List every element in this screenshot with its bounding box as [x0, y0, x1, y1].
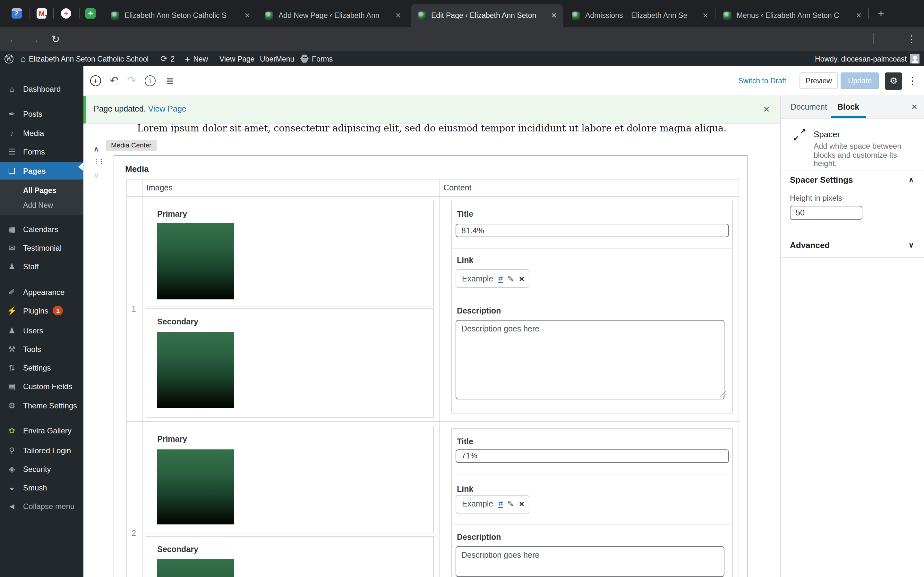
content-cell: Title Link Example # ✎ ✕ Description Des…: [451, 201, 733, 414]
sidebar-item-custom-fields[interactable]: ▤Custom Fields: [0, 378, 83, 395]
tab-close-icon[interactable]: ✕: [244, 11, 250, 19]
sidebar-item-appearance[interactable]: ✐Appearance: [0, 284, 83, 301]
tab-add-new-page[interactable]: Add New Page ‹ Elizabeth Ann ✕: [258, 4, 407, 27]
pinned-divider: [79, 8, 79, 19]
switch-to-draft-link[interactable]: Switch to Draft: [733, 77, 791, 85]
expand-section-chevron-icon[interactable]: ∨: [909, 241, 914, 250]
sidebar-item-add-new[interactable]: Add New: [23, 201, 53, 209]
secondary-image[interactable]: [157, 559, 234, 577]
link-url[interactable]: #: [498, 274, 503, 283]
sidebar-item-tailored-login[interactable]: ⚲Tailored Login: [0, 442, 83, 459]
title-input[interactable]: [456, 224, 729, 237]
tab-close-icon[interactable]: ✕: [856, 11, 862, 19]
tab-close-icon[interactable]: ✕: [395, 11, 401, 19]
users-icon: ♟: [6, 326, 17, 335]
medical-pinned-tab[interactable]: +: [61, 8, 71, 19]
block-navigation-icon[interactable]: ≣: [166, 75, 174, 87]
sidebar-item-collapse-menu[interactable]: ◀Collapse menu: [0, 498, 83, 515]
my-account-menu[interactable]: Howdy, diocesan-palmcoast: [815, 51, 919, 66]
wp-logo-menu[interactable]: W: [5, 51, 13, 66]
back-icon[interactable]: ←: [8, 34, 18, 45]
redo-icon[interactable]: ↷: [127, 74, 136, 87]
undo-icon[interactable]: ↶: [110, 74, 119, 87]
close-settings-icon[interactable]: ✕: [911, 103, 918, 111]
reload-icon[interactable]: ↻: [51, 33, 60, 45]
sidebar-item-all-pages[interactable]: All Pages: [23, 187, 57, 194]
height-input[interactable]: [790, 206, 863, 220]
dismiss-notice-icon[interactable]: ✕: [763, 105, 770, 114]
sidebar-item-pages[interactable]: ❏Pages: [0, 162, 83, 179]
tab-document[interactable]: Document: [790, 96, 827, 119]
sidebar-item-plugins[interactable]: ⚡Plugins1: [0, 302, 83, 319]
sidebar-item-tools[interactable]: ⚒Tools: [0, 340, 83, 358]
lorem-paragraph[interactable]: Lorem ipsum dolor sit amet, consectetur …: [83, 123, 780, 133]
block-inserter-button[interactable]: +: [90, 75, 101, 86]
description-textarea[interactable]: Description goes here: [456, 546, 724, 577]
tab-block[interactable]: Block: [837, 96, 859, 119]
view-page-menu[interactable]: View Page: [220, 51, 255, 66]
ubermenu-label: UberMenu: [260, 55, 294, 63]
more-options-kebab-icon[interactable]: ⋮: [908, 75, 917, 87]
primary-image[interactable]: [157, 223, 234, 300]
move-block-up-icon[interactable]: ∧: [94, 145, 99, 153]
tab-close-icon[interactable]: ✕: [551, 11, 557, 19]
remove-link-icon[interactable]: ✕: [519, 500, 525, 508]
move-block-down-icon[interactable]: ∨: [94, 171, 99, 179]
edit-link-pencil-icon[interactable]: ✎: [507, 500, 514, 508]
edit-link-pencil-icon[interactable]: ✎: [507, 274, 514, 283]
sidebar-item-envira-gallery[interactable]: ✿Envira Gallery: [0, 422, 83, 439]
sidebar-item-settings[interactable]: ⇅Settings: [0, 359, 83, 376]
new-tab-button[interactable]: +: [878, 8, 884, 21]
tab-site-home[interactable]: Elizabeth Ann Seton Catholic S ✕: [104, 4, 257, 27]
spacer-settings-header[interactable]: Spacer Settings: [790, 175, 853, 185]
sidebar-item-media[interactable]: ♪Media: [0, 124, 83, 142]
sidebar-item-forms[interactable]: ☰Forms: [0, 143, 83, 160]
title-input[interactable]: [456, 449, 729, 463]
tab-menus[interactable]: Menus ‹ Elizabeth Ann Seton C ✕: [716, 4, 868, 27]
update-button[interactable]: Update: [841, 73, 879, 89]
gmail-pinned-tab[interactable]: M7: [37, 8, 47, 19]
view-page-link[interactable]: View Page: [148, 105, 186, 113]
tab-close-icon[interactable]: ✕: [703, 11, 708, 19]
new-content-menu[interactable]: + New: [185, 51, 208, 66]
tab-edit-page-active[interactable]: Edit Page ‹ Elizabeth Ann Seton ✕: [411, 4, 564, 27]
sidebar-item-security[interactable]: ◈Security: [0, 460, 83, 478]
link-url[interactable]: #: [498, 500, 503, 508]
link-field-label: Link: [457, 256, 473, 265]
sidebar-item-label: Tools: [23, 345, 41, 354]
content-structure-button[interactable]: i: [145, 75, 156, 86]
sidebar-item-theme-settings[interactable]: ⚙Theme Settings: [0, 397, 83, 414]
sidebar-item-staff[interactable]: ♟Staff: [0, 258, 83, 275]
pinned-divider: [29, 8, 30, 19]
description-textarea[interactable]: Description goes here: [456, 320, 724, 400]
primary-image[interactable]: [157, 450, 234, 524]
sidebar-item-smush[interactable]: ◒Smush: [0, 479, 83, 496]
sidebar-item-dashboard[interactable]: ⌂Dashboard: [0, 80, 83, 97]
remove-link-icon[interactable]: ✕: [519, 275, 525, 282]
sidebar-item-posts[interactable]: ✒Posts: [0, 105, 83, 122]
forms-menu[interactable]: Forms: [300, 51, 333, 66]
settings-gear-button[interactable]: ⚙: [885, 72, 902, 89]
secondary-image[interactable]: [157, 332, 234, 408]
updates-menu[interactable]: ⟳ 2: [160, 51, 175, 66]
forward-icon[interactable]: →: [29, 34, 39, 45]
preview-button[interactable]: Preview: [800, 73, 838, 89]
sidebar-item-label: Collapse menu: [23, 502, 74, 511]
advanced-section-header[interactable]: Advanced: [790, 240, 830, 250]
sidebar-item-calendars[interactable]: ▦Calendars: [0, 221, 83, 238]
pages-icon: ❏: [6, 166, 17, 176]
home-icon: ⌂: [21, 54, 26, 63]
drag-handle-icon[interactable]: ⋮⋮: [93, 158, 103, 165]
sidebar-item-testimonial[interactable]: ✉Testimonial: [0, 239, 83, 256]
tab-admissions[interactable]: Admissions – Elizabeth Ann Se ✕: [565, 4, 715, 27]
collapse-section-chevron-icon[interactable]: ∧: [909, 176, 914, 184]
site-name-menu[interactable]: ⌂ Elizabeth Ann Seton Catholic School: [21, 51, 149, 66]
browser-menu-kebab-icon[interactable]: ⋮: [907, 33, 916, 45]
envira-leaf-icon: ✿: [6, 426, 17, 435]
ubermenu-menu[interactable]: UberMenu: [260, 51, 294, 66]
user-avatar: [910, 54, 919, 63]
calendar-pinned-tab[interactable]: 2: [11, 8, 22, 19]
cross-pinned-tab[interactable]: ✚: [86, 8, 95, 19]
wordpress-logo-icon: W: [5, 54, 13, 63]
sidebar-item-users[interactable]: ♟Users: [0, 322, 83, 339]
